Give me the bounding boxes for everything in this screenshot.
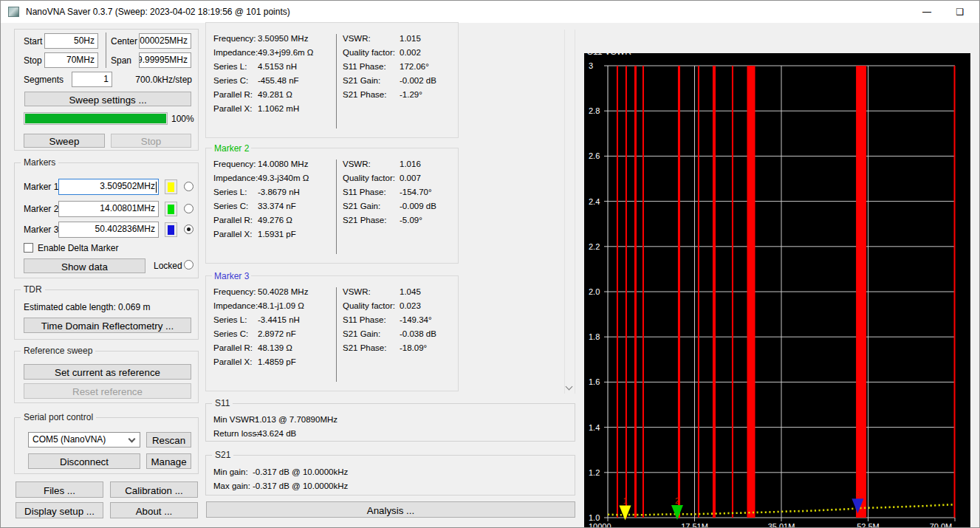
segments-input[interactable]: 1 [72, 72, 112, 87]
reset-reference-button[interactable]: Reset reference [24, 383, 191, 399]
center-input[interactable]: 35.000025MHz [139, 33, 191, 49]
detail-field-label: Quality factor: [343, 301, 395, 310]
serial-port-select[interactable]: COM5 (NanoVNA) [28, 432, 140, 448]
marker-1-color-swatch[interactable] [165, 179, 177, 194]
delta-marker-checkbox[interactable] [24, 243, 33, 253]
maximize-button[interactable]: ❑ [944, 1, 976, 23]
detail-field-label: Quality factor: [343, 48, 395, 57]
reference-sweep-box: Reference sweep Set current as reference… [14, 351, 199, 403]
x-axis-tick-label: 70.0M [930, 522, 953, 528]
chart-red-band [954, 66, 956, 518]
y-axis-tick-label: 1.2 [589, 468, 600, 477]
detail-field-label: S21 Gain: [343, 329, 380, 338]
display-setup-button[interactable]: Display setup ... [16, 502, 103, 518]
detail-field-value: -455.48 nF [258, 76, 299, 85]
marker-3-radio[interactable] [184, 224, 193, 234]
marker-2-color-swatch[interactable] [165, 202, 177, 216]
y-axis-tick-label: 1.0 [589, 513, 600, 522]
serial-box-title: Serial port control [21, 412, 96, 422]
min-gain-label: Min gain: [213, 467, 248, 476]
scrollarea-border [575, 30, 575, 394]
sweep-settings-button[interactable]: Sweep settings ... [24, 92, 191, 106]
vswr-chart[interactable]: S11 VSWR 32.82.62.42.22.01.81.61.41.21.0… [584, 53, 970, 528]
span-input[interactable]: 69.99995MHz [139, 52, 191, 68]
locked-radio[interactable] [184, 260, 193, 270]
detail-field-label: Series C: [213, 329, 248, 338]
detail-field-label: VSWR: [343, 287, 371, 296]
stop-label: Stop [24, 55, 42, 66]
analysis-button[interactable]: Analysis ... [206, 501, 575, 518]
stop-input[interactable]: 70MHz [44, 52, 98, 68]
reference-box-title: Reference sweep [21, 346, 95, 356]
detail-field-value: -18.09° [400, 343, 427, 352]
stop-button[interactable]: Stop [111, 134, 191, 148]
marker-3-label: Marker 3 [24, 224, 58, 235]
text-caret [156, 182, 157, 193]
step-size-text: 700.0kHz/step [118, 75, 192, 85]
rescan-button[interactable]: Rescan [146, 432, 191, 448]
detail-field-label: VSWR: [343, 34, 371, 43]
marker-1-frequency-input[interactable]: 3.509502MHz [58, 179, 159, 195]
segments-label: Segments [24, 75, 64, 85]
start-input[interactable]: 50Hz [44, 33, 98, 49]
detail-field-label: Parallel X: [213, 230, 252, 239]
vswr-chart-svg[interactable]: 32.82.62.42.22.01.81.61.41.21.0123100001… [584, 53, 970, 528]
marker-1-radio[interactable] [184, 182, 193, 191]
y-axis-tick-label: 1.4 [589, 423, 600, 432]
y-axis-tick-label: 2.4 [589, 197, 600, 206]
scroll-down-icon[interactable] [566, 383, 573, 391]
show-data-button[interactable]: Show data [24, 258, 145, 273]
x-axis-tick-label: 52.5M [857, 522, 880, 528]
marker-2-frequency-input[interactable]: 14.00801MHz [58, 201, 159, 217]
calibration-button[interactable]: Calibration ... [110, 481, 198, 498]
start-label: Start [24, 36, 42, 47]
detail-field-label: Frequency: [213, 34, 256, 43]
detail-field-label: Quality factor: [343, 174, 395, 182]
detail-field-value: 1.5931 pF [258, 230, 296, 239]
serial-port-value: COM5 (NanoVNA) [32, 434, 106, 445]
detail-field-label: Series L: [213, 188, 247, 196]
detail-field-label: Parallel X: [213, 104, 252, 113]
max-gain-label: Max gain: [213, 481, 250, 490]
serial-port-box: Serial port control COM5 (NanoVNA) Resca… [14, 417, 199, 474]
marker-3-color-swatch[interactable] [165, 222, 177, 237]
detail-field-value: 0.007 [400, 174, 421, 182]
minimize-button[interactable]: — [911, 1, 943, 23]
chart-red-band [643, 66, 644, 518]
detail-field-label: Parallel R: [213, 343, 253, 352]
y-axis-tick-label: 2.6 [589, 151, 600, 160]
detail-field-value: -5.09° [400, 216, 422, 224]
sweep-button[interactable]: Sweep [24, 134, 105, 148]
chart-red-band [698, 66, 699, 518]
min-vswr-value: 1.013 @ 7.70890MHz [255, 415, 337, 424]
marker-1-label: Marker 1 [24, 182, 58, 192]
files-button[interactable]: Files ... [16, 481, 103, 498]
delta-marker-label: Enable Delta Marker [38, 243, 118, 253]
detail-field-value: -154.70° [400, 188, 432, 196]
about-button[interactable]: About ... [110, 502, 198, 518]
cable-length-text: Estimated cable length: 0.069 m [24, 302, 150, 312]
marker-2-radio[interactable] [184, 204, 193, 213]
x-axis-tick-label: 17.51M [681, 522, 708, 528]
detail-field-value: 2.8972 nF [258, 329, 296, 338]
tdr-box: TDR Estimated cable length: 0.069 m Time… [14, 289, 199, 340]
marker-3-frequency-input[interactable]: 50.402836MHz [58, 222, 159, 238]
manage-button[interactable]: Manage [146, 453, 191, 469]
progress-percent: 100% [171, 114, 194, 124]
disconnect-button[interactable]: Disconnect [28, 453, 140, 469]
detail-field-label: S11 Phase: [343, 188, 386, 196]
detail-field-value: 48.139 Ω [258, 343, 292, 352]
chart-red-band [856, 66, 866, 518]
detail-field-value: 3.50950 MHz [258, 34, 308, 43]
y-axis-tick-label: 1.6 [589, 377, 600, 386]
tdr-button[interactable]: Time Domain Reflectometry ... [24, 318, 191, 333]
set-reference-button[interactable]: Set current as reference [24, 364, 191, 380]
detail-field-value: 172.06° [400, 62, 429, 71]
marker-2-detail-title: Marker 2 [212, 143, 251, 154]
detail-field-label: S21 Gain: [343, 202, 380, 210]
detail-field-value: 49.276 Ω [258, 216, 292, 224]
chart-red-band [732, 66, 733, 518]
detail-field-label: Series C: [213, 76, 248, 85]
detail-field-value: 50.4028 MHz [258, 287, 308, 296]
detail-column-divider [336, 287, 337, 382]
